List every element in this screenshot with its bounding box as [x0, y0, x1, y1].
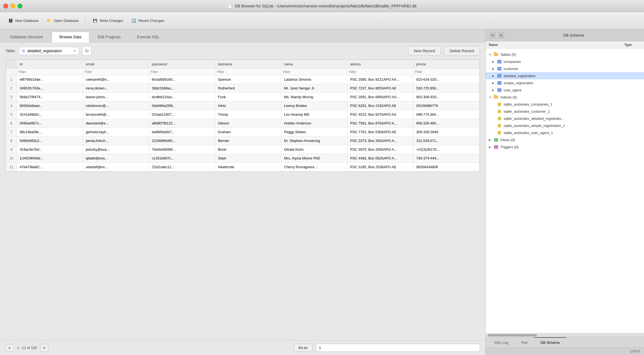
- filter-email[interactable]: [85, 70, 147, 74]
- cell-3[interactable]: 76d4e50696f...: [149, 145, 215, 154]
- tab-plot[interactable]: Plot: [515, 337, 534, 347]
- write-changes-button[interactable]: 💾 Write Changes: [89, 16, 126, 25]
- tree-item-detailedregistration[interactable]: ▶detailed_registration: [486, 72, 644, 79]
- open-database-button[interactable]: 📂 Open Database: [43, 16, 82, 25]
- cell-2[interactable]: irena.dicken...: [83, 84, 149, 93]
- cell-7[interactable]: 305-328-2640: [413, 128, 480, 136]
- goto-button[interactable]: Go to:: [294, 344, 313, 352]
- new-record-button[interactable]: New Record: [408, 46, 441, 56]
- table-selector[interactable]: ⊞ detailed_registration ▼: [19, 47, 79, 55]
- filter-adress[interactable]: [349, 70, 412, 74]
- tab-database-structure[interactable]: Database Structure: [2, 32, 51, 42]
- cell-6[interactable]: PSC 7591, Box 8764APO A...: [347, 119, 413, 128]
- tree-item-companies[interactable]: ▶companies: [486, 58, 644, 65]
- tab-browse-data[interactable]: Browse Data: [52, 32, 89, 42]
- row-number[interactable]: 1: [6, 75, 17, 84]
- cell-3[interactable]: 2234bf66d92...: [149, 136, 215, 145]
- cell-7[interactable]: 151.539.071...: [413, 136, 480, 145]
- cell-3[interactable]: 38dc5368ac...: [149, 84, 215, 93]
- filter-password[interactable]: [151, 70, 213, 74]
- col-header-adress[interactable]: adress: [347, 60, 413, 69]
- refresh-button[interactable]: ↻: [82, 46, 91, 56]
- row-number[interactable]: 11: [6, 163, 17, 171]
- goto-input[interactable]: [316, 344, 480, 352]
- table-row[interactable]: 1ef8795b19ae...celeste40@e...6e3afd05c60…: [6, 75, 480, 84]
- cell-4[interactable]: Gibson: [215, 119, 281, 128]
- next-page-button[interactable]: >: [40, 344, 48, 352]
- table-row[interactable]: 60590a0857c...dwuckert@e...affd807f8122.…: [6, 119, 480, 128]
- row-number[interactable]: 2: [6, 84, 17, 93]
- cell-5[interactable]: Lex Heaney MD: [281, 110, 347, 119]
- tree-item-sqliteautoindexcustomer1[interactable]: isqlite_autoindex_customer_1: [486, 108, 644, 115]
- cell-4[interactable]: Stark: [215, 154, 281, 163]
- tree-item-sqliteautoindexsimpleregistration1[interactable]: isqlite_autoindex_simple_registration_1: [486, 122, 644, 129]
- cell-2[interactable]: leaner.johns...: [83, 93, 149, 101]
- cell-5[interactable]: Ladarius Simonis: [281, 75, 347, 84]
- schema-detach-button[interactable]: ⧉: [498, 32, 504, 38]
- row-number[interactable]: 6: [6, 119, 17, 128]
- cell-1[interactable]: 3241e68d2c...: [17, 110, 83, 119]
- tree-item-tables-5[interactable]: ▼Tables (5): [486, 51, 644, 58]
- cell-5[interactable]: Mrs. Alycia Moore PhD: [281, 154, 347, 163]
- cell-4[interactable]: Graham: [215, 128, 281, 136]
- cell-2[interactable]: gerhold.kayli...: [83, 128, 149, 136]
- cell-6[interactable]: PSC 3185, Box 2538APO AE: [347, 163, 413, 171]
- cell-4[interactable]: Borer: [215, 145, 281, 154]
- cell-6[interactable]: PSC 2273, Box 3920APO A...: [347, 136, 413, 145]
- cell-2[interactable]: qfadel@exa...: [83, 154, 149, 163]
- tree-item-sqliteautoindexdetailedregistratio[interactable]: isqlite_autoindex_detailed_registratio..…: [486, 115, 644, 122]
- cell-4[interactable]: Spencer: [215, 75, 281, 84]
- col-header-phone[interactable]: phone: [413, 60, 480, 69]
- cell-7[interactable]: 858.328.485...: [413, 119, 480, 128]
- col-header-name[interactable]: name: [281, 60, 347, 69]
- cell-5[interactable]: Leeroy Brekke: [281, 101, 347, 110]
- cell-1[interactable]: 319ac9e7bd...: [17, 145, 83, 154]
- revert-changes-button[interactable]: ↩️ Revert Changes: [128, 16, 167, 25]
- cell-7[interactable]: 098.774.364...: [413, 110, 480, 119]
- cell-6[interactable]: PSC 7762, Box 5369APO AE: [347, 128, 413, 136]
- col-header-id[interactable]: id: [17, 60, 83, 69]
- cell-5[interactable]: Mr. Jaret Senger Jr.: [281, 84, 347, 93]
- new-database-button[interactable]: 🗄️ New Database: [4, 16, 42, 25]
- cell-6[interactable]: PSC 4482, Box 0525APO A...: [347, 154, 413, 163]
- row-number[interactable]: 3: [6, 93, 17, 101]
- cell-4[interactable]: Heathcote: [215, 163, 281, 171]
- col-header-email[interactable]: email: [83, 60, 149, 69]
- tab-db-schema[interactable]: DB Schema: [534, 337, 566, 347]
- schema-scrollbar-thumb[interactable]: [488, 334, 537, 336]
- cell-1[interactable]: 68394a9aed...: [17, 101, 83, 110]
- cell-6[interactable]: PSC 2585, Box 9221APO AA...: [347, 75, 413, 84]
- cell-7[interactable]: 902-306-933...: [413, 93, 480, 101]
- cell-4[interactable]: Rutherford: [215, 84, 281, 93]
- cell-1[interactable]: 0590a0857c...: [17, 119, 83, 128]
- cell-7[interactable]: 05156986779: [413, 101, 480, 110]
- cell-5[interactable]: Peggy Stokes: [281, 128, 347, 136]
- tree-item-triggers-0[interactable]: ▶Triggers (0): [486, 143, 644, 150]
- table-row[interactable]: 53241e68d2c...terrance84@...010ae11007..…: [6, 110, 480, 119]
- cell-6[interactable]: PSC 7237, Box 8053APO AE: [347, 84, 413, 93]
- row-number[interactable]: 8: [6, 136, 17, 145]
- cell-6[interactable]: PSC 2091, Box 6956APO AA...: [347, 93, 413, 101]
- cell-4[interactable]: Hintz: [215, 101, 281, 110]
- cell-2[interactable]: dwuckert@e...: [83, 119, 149, 128]
- cell-2[interactable]: jamey.fritsch...: [83, 136, 149, 145]
- cell-3[interactable]: 010ae11007...: [149, 110, 215, 119]
- tab-sql-log[interactable]: SQL Log: [488, 337, 515, 347]
- tree-item-views-0[interactable]: ▶Views (0): [486, 136, 644, 143]
- maximize-button[interactable]: [17, 4, 22, 8]
- cell-5[interactable]: Ms. Mandy Murray: [281, 93, 347, 101]
- tree-item-simpleregistration[interactable]: ▶simple_registration: [486, 79, 644, 86]
- table-row[interactable]: 468394a9aed...cdickinson@...04d486a25f8.…: [6, 101, 480, 110]
- cell-7[interactable]: 793-374-444...: [413, 154, 480, 163]
- cell-3[interactable]: ba9958a5b7...: [149, 128, 215, 136]
- schema-scrollbar[interactable]: [486, 333, 644, 337]
- cell-6[interactable]: PSC 6291, Box 2192APO AE: [347, 101, 413, 110]
- tree-item-sqliteautoindexuseragent1[interactable]: isqlite_autoindex_user_agent_1: [486, 129, 644, 136]
- cell-2[interactable]: ubartell@ex...: [83, 163, 149, 171]
- cell-1[interactable]: 5d96d063c2...: [17, 136, 83, 145]
- row-number[interactable]: 4: [6, 101, 17, 110]
- tree-item-customer[interactable]: ▶customer: [486, 65, 644, 72]
- tree-item-sqliteautoindexcompanies1[interactable]: isqlite_autoindex_companies_1: [486, 101, 644, 108]
- cell-2[interactable]: terrance84@...: [83, 110, 149, 119]
- table-row[interactable]: 101cf4f29f40dd...qfadel@exa...c1351b807c…: [6, 154, 480, 163]
